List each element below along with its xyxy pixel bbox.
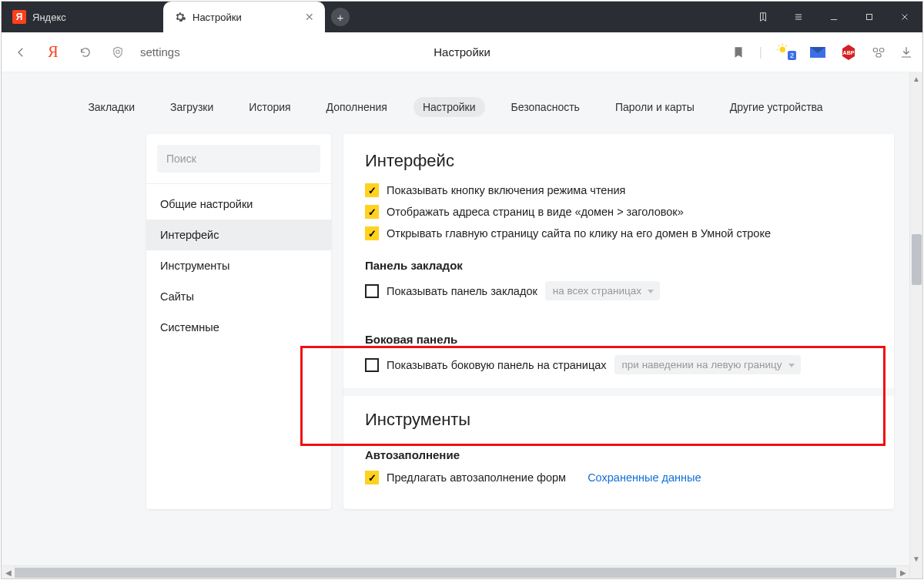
page-title: Настройки: [434, 45, 490, 59]
opt-label: Показывать панель закладок: [387, 285, 537, 297]
nav-settings[interactable]: Настройки: [413, 97, 485, 117]
settings-top-nav: Закладки Загрузки История Дополнения Нас…: [2, 72, 909, 134]
nav-downloads[interactable]: Загрузки: [161, 97, 223, 117]
bookmarks-panel-icon[interactable]: [745, 2, 781, 32]
checkbox-icon[interactable]: [365, 284, 379, 298]
new-tab-button[interactable]: +: [325, 2, 356, 32]
maximize-button[interactable]: [852, 2, 887, 32]
tab-label: Настройки: [192, 12, 242, 23]
opt-label: Показывать кнопку включения режима чтени…: [387, 184, 625, 196]
scroll-up-icon[interactable]: ▲: [910, 72, 922, 85]
sidebar-item-general[interactable]: Общие настройки: [146, 189, 331, 220]
settings-main: Интерфейс Показывать кнопку включения ре…: [343, 134, 894, 509]
svg-text:ABP: ABP: [843, 50, 855, 55]
back-button[interactable]: [11, 42, 31, 62]
menu-icon[interactable]: [781, 2, 816, 32]
scroll-thumb-h[interactable]: [15, 568, 896, 578]
checkbox-icon[interactable]: [365, 358, 379, 372]
nav-bookmarks[interactable]: Закладки: [79, 97, 144, 117]
content-area: Закладки Загрузки История Дополнения Нас…: [2, 72, 922, 578]
nav-devices[interactable]: Другие устройства: [721, 97, 832, 117]
svg-line-4: [778, 45, 779, 45]
minimize-button[interactable]: [816, 2, 852, 32]
opt-label: Показывать боковую панель на страницах: [387, 359, 607, 371]
nav-passwords[interactable]: Пароли и карты: [606, 97, 704, 117]
plus-icon: +: [331, 8, 350, 26]
svg-line-5: [785, 45, 786, 45]
abp-icon[interactable]: ABP: [839, 43, 858, 62]
site-shield-icon[interactable]: [108, 42, 128, 62]
sidebar-item-system[interactable]: Системные: [146, 312, 331, 343]
scroll-right-icon[interactable]: ▶: [896, 566, 909, 579]
sidebar-item-interface[interactable]: Интерфейс: [146, 220, 331, 250]
opt-autofill[interactable]: Предлагать автозаполнение форм Сохраненн…: [365, 471, 872, 484]
sub-side-panel: Боковая панель: [365, 333, 872, 346]
nav-history[interactable]: История: [239, 97, 300, 117]
tab-label: Яндекс: [32, 12, 66, 23]
window-controls: [745, 2, 922, 32]
svg-rect-0: [867, 15, 872, 20]
close-tab-icon[interactable]: ✕: [305, 11, 314, 23]
scroll-left-icon[interactable]: ◀: [2, 566, 15, 579]
opt-label: Предлагать автозаполнение форм: [387, 471, 566, 484]
svg-point-2: [780, 46, 785, 52]
sub-autofill: Автозаполнение: [365, 448, 872, 461]
svg-point-1: [116, 50, 120, 54]
settings-sidebar: Поиск Общие настройки Интерфейс Инструме…: [146, 134, 331, 509]
svg-rect-9: [873, 48, 877, 52]
tab-yandex[interactable]: Я Яндекс: [2, 2, 163, 32]
titlebar: Я Яндекс Настройки ✕ +: [2, 2, 922, 32]
checkbox-icon[interactable]: [365, 183, 379, 197]
sub-bookmarks-bar: Панель закладок: [365, 259, 872, 272]
downloads-icon[interactable]: [899, 45, 913, 59]
opt-label: Открывать главную страницу сайта по клик…: [387, 227, 771, 240]
nav-addons[interactable]: Дополнения: [317, 97, 397, 117]
opt-reader-button[interactable]: Показывать кнопку включения режима чтени…: [365, 183, 872, 197]
sidebar-item-tools[interactable]: Инструменты: [146, 250, 331, 281]
section-interface-heading: Интерфейс: [365, 151, 872, 171]
close-window-button[interactable]: [887, 2, 922, 32]
opt-address-format[interactable]: Отображать адреса страниц в виде «домен …: [365, 205, 872, 219]
scroll-thumb[interactable]: [912, 234, 922, 285]
opt-show-side-panel[interactable]: Показывать боковую панель на страницах п…: [365, 355, 872, 374]
sidebar-item-sites[interactable]: Сайты: [146, 281, 331, 312]
nav-security[interactable]: Безопасность: [502, 97, 589, 117]
weather-icon[interactable]: 2: [776, 45, 796, 60]
reload-button[interactable]: [75, 42, 95, 62]
gear-icon: [174, 11, 186, 23]
opt-show-bookmarks-bar[interactable]: Показывать панель закладок на всех стран…: [365, 281, 872, 300]
svg-rect-10: [880, 48, 884, 52]
mail-icon[interactable]: [810, 47, 825, 58]
side-panel-dropdown[interactable]: при наведении на левую границу: [614, 355, 801, 374]
checkbox-icon[interactable]: [365, 226, 379, 240]
saved-data-link[interactable]: Сохраненные данные: [588, 471, 701, 484]
tab-settings[interactable]: Настройки ✕: [163, 2, 325, 32]
checkbox-icon[interactable]: [365, 471, 379, 484]
scroll-down-icon[interactable]: ▼: [910, 552, 922, 565]
opt-label: Отображать адреса страниц в виде «домен …: [387, 206, 684, 218]
bookmark-icon[interactable]: [732, 45, 745, 59]
url-text[interactable]: settings: [140, 45, 180, 59]
svg-rect-11: [876, 53, 881, 57]
checkbox-icon[interactable]: [365, 205, 379, 219]
section-tools-heading: Инструменты: [365, 410, 872, 430]
extensions-icon[interactable]: [872, 45, 886, 59]
opt-open-home[interactable]: Открывать главную страницу сайта по клик…: [365, 226, 872, 240]
search-input[interactable]: Поиск: [157, 145, 320, 173]
horizontal-scrollbar[interactable]: ◀ ▶: [2, 565, 909, 578]
bookmarks-bar-dropdown[interactable]: на всех страницах: [545, 281, 660, 300]
yandex-home-button[interactable]: Я: [43, 42, 63, 62]
vertical-scrollbar[interactable]: ▲ ▼: [909, 72, 922, 578]
yandex-logo-icon: Я: [12, 10, 26, 24]
address-bar: Я settings Настройки | 2 ABP: [2, 32, 922, 72]
